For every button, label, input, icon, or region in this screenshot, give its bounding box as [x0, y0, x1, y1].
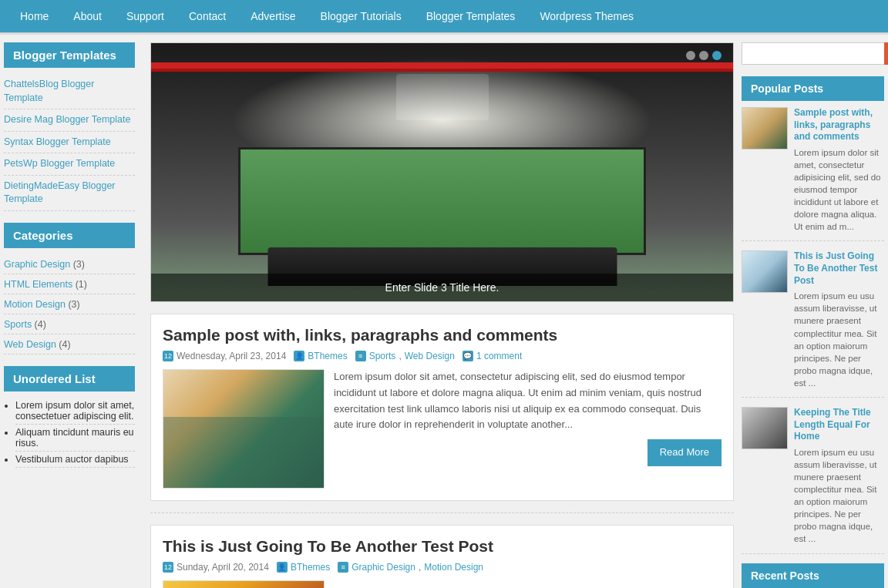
list-item: Sports (4): [4, 314, 135, 334]
post-1-cat-1[interactable]: Sports: [369, 351, 396, 361]
list-item: HTML Elements (1): [4, 274, 135, 294]
tag-icon: ≡: [355, 351, 366, 361]
list-item: Aliquam tincidunt mauris eu risus.: [15, 425, 135, 452]
post-1-comments-item: 💬 1 comment: [462, 351, 522, 361]
category-count: (3): [73, 259, 85, 270]
post-1-excerpt: Lorem ipsum dolor sit amet, consectetur …: [334, 369, 722, 433]
template-link[interactable]: Syntax Blogger Template: [4, 136, 111, 147]
blog-post-1: Sample post with, links, paragraphs and …: [150, 314, 734, 501]
category-link[interactable]: Motion Design (3): [4, 299, 80, 310]
recent-posts-title: Recent Posts: [742, 563, 884, 588]
popular-post-title[interactable]: Keeping The Title Length Equal For Home: [794, 407, 884, 443]
popular-post-item: Keeping The Title Length Equal For HomeL…: [742, 407, 884, 554]
category-count: (4): [35, 319, 46, 330]
category-link[interactable]: Web Design (4): [4, 339, 71, 350]
blogger-templates-list: ChattelsBlog Blogger TemplateDesire Mag …: [4, 74, 135, 211]
post-1-title: Sample post with, links, paragraphs and …: [163, 326, 722, 344]
post-2-meta: 12 Sunday, April 20, 2014 👤 BThemes ≡ Gr…: [163, 562, 722, 573]
post-2-thumbnail: [163, 580, 325, 588]
popular-post-thumbnail: [742, 250, 788, 293]
post-2-date: Sunday, April 20, 2014: [177, 562, 269, 573]
list-item: Vestibulum auctor dapibus: [15, 452, 135, 468]
calendar-icon-2: 12: [163, 562, 173, 573]
categories-title: Categories: [4, 223, 135, 248]
list-item: ChattelsBlog Blogger Template: [4, 74, 135, 109]
category-link[interactable]: HTML Elements (1): [4, 279, 87, 290]
post-2-categories-item: ≡ Graphic Design, Motion Design: [338, 562, 483, 573]
unordered-list-section: Lorem ipsum dolor sit amet, consectetuer…: [4, 398, 135, 468]
template-link[interactable]: ChattelsBlog Blogger Template: [4, 79, 94, 103]
comment-icon: 💬: [462, 351, 473, 361]
category-count: (3): [68, 299, 79, 310]
slider-caption: Enter Slide 3 Title Here.: [151, 274, 733, 301]
nav-item-support[interactable]: Support: [114, 0, 177, 32]
main-content: Enter Slide 3 Title Here. Sample post wi…: [143, 42, 742, 588]
author-icon: 👤: [294, 351, 304, 361]
list-item: Syntax Blogger Template: [4, 132, 135, 154]
nav-item-home[interactable]: Home: [8, 0, 61, 32]
template-link[interactable]: Desire Mag Blogger Template: [4, 114, 130, 125]
slider: Enter Slide 3 Title Here.: [150, 42, 734, 302]
search-button[interactable]: Search: [884, 42, 888, 65]
nav-item-contact[interactable]: Contact: [177, 0, 238, 32]
popular-post-title[interactable]: This is Just Going To Be Another Test Po…: [794, 250, 884, 287]
author-icon-2: 👤: [277, 562, 288, 573]
post-1-date-item: 12 Wednesday, April 23, 2014: [163, 351, 286, 361]
post-1-categories-item: ≡ Sports, Web Design: [355, 351, 455, 361]
slider-light: [396, 74, 489, 120]
popular-posts-title: Popular Posts: [742, 76, 884, 101]
slider-window: [238, 147, 646, 255]
post-2-author-item: 👤 BThemes: [277, 562, 330, 573]
left-sidebar: Blogger Templates ChattelsBlog Blogger T…: [0, 42, 143, 588]
post-1-text: Lorem ipsum dolor sit amet, consectetur …: [334, 369, 722, 489]
nav-item-about[interactable]: About: [61, 0, 114, 32]
slider-dot-3[interactable]: [712, 51, 722, 60]
calendar-icon: 12: [163, 351, 173, 361]
slider-dot-2[interactable]: [699, 51, 708, 60]
list-item: Desire Mag Blogger Template: [4, 109, 135, 132]
post-2-cat-2[interactable]: Motion Design: [424, 562, 483, 573]
nav-item-advertise[interactable]: Advertise: [238, 0, 308, 32]
category-link[interactable]: Graphic Design (3): [4, 259, 85, 270]
search-box: Search: [742, 42, 884, 65]
post-1-author[interactable]: BThemes: [308, 351, 347, 361]
post-2-body: [163, 580, 722, 588]
nav-item-blogger-templates[interactable]: Blogger Templates: [414, 0, 528, 32]
nav-item-blogger-tutorials[interactable]: Blogger Tutorials: [308, 0, 414, 32]
template-link[interactable]: PetsWp Blogger Template: [4, 158, 115, 169]
post-1-read-more[interactable]: Read More: [648, 439, 722, 466]
post-1-meta: 12 Wednesday, April 23, 2014 👤 BThemes ≡…: [163, 351, 722, 361]
post-1-thumbnail: [163, 369, 325, 489]
list-item: Web Design (4): [4, 334, 135, 354]
popular-post-excerpt: Lorem ipsum eu usu assum liberavisse, ut…: [794, 290, 884, 389]
post-1-date: Wednesday, April 23, 2014: [177, 351, 286, 361]
popular-post-info: Keeping The Title Length Equal For HomeL…: [794, 407, 884, 546]
list-item: Motion Design (3): [4, 294, 135, 314]
nav-list: HomeAboutSupportContactAdvertiseBlogger …: [8, 0, 880, 32]
nav-item-wordpress-themes[interactable]: Wordpress Themes: [527, 0, 646, 32]
post-1-author-item: 👤 BThemes: [294, 351, 347, 361]
categories-list: Graphic Design (3)HTML Elements (1)Motio…: [4, 254, 135, 354]
popular-post-title[interactable]: Sample post with, links, paragraphs and …: [794, 107, 884, 143]
unordered-list-title: Unordered List: [4, 366, 135, 391]
slider-dot-1[interactable]: [686, 51, 695, 60]
list-item: PetsWp Blogger Template: [4, 153, 135, 176]
slider-image: [151, 43, 733, 301]
template-link[interactable]: DietingMadeEasy Blogger Template: [4, 180, 116, 205]
main-wrapper: Blogger Templates ChattelsBlog Blogger T…: [0, 35, 888, 588]
post-2-cat-1[interactable]: Graphic Design: [352, 562, 415, 573]
popular-post-thumbnail: [742, 107, 788, 150]
slider-dots: [686, 51, 722, 60]
post-1-cat-2[interactable]: Web Design: [405, 351, 455, 361]
post-2-author[interactable]: BThemes: [291, 562, 330, 573]
popular-post-info: This is Just Going To Be Another Test Po…: [794, 250, 884, 389]
post-1-comments[interactable]: 1 comment: [476, 351, 522, 361]
popular-post-excerpt: Lorem ipsum dolor sit amet, consectetur …: [794, 146, 884, 234]
list-item: DietingMadeEasy Blogger Template: [4, 176, 135, 211]
search-input[interactable]: [742, 42, 884, 65]
category-link[interactable]: Sports (4): [4, 319, 46, 330]
post-1-read-more-wrap: Read More: [334, 439, 722, 466]
blogger-templates-title: Blogger Templates: [4, 42, 135, 68]
popular-posts-list: Sample post with, links, paragraphs and …: [742, 107, 884, 554]
list-item: Lorem ipsum dolor sit amet, consectetuer…: [15, 398, 135, 425]
